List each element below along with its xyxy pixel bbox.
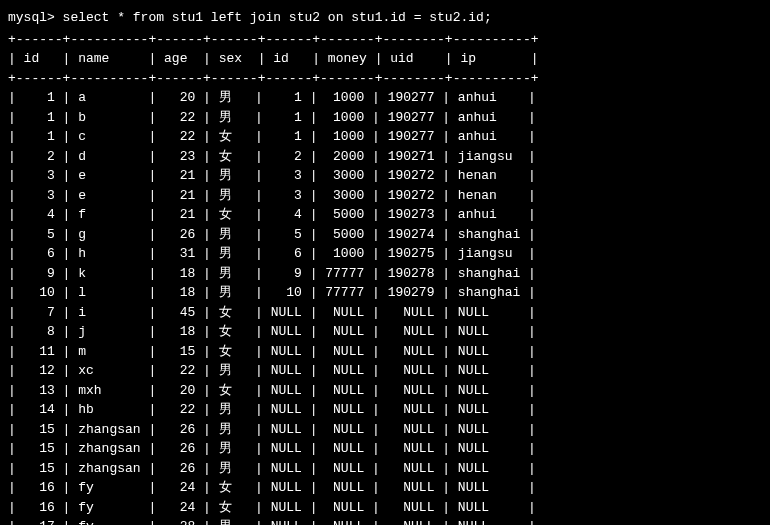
table-row: | 7 | i | 45 | 女 | NULL | NULL | NULL | … — [8, 303, 762, 323]
table-row: | 1 | b | 22 | 男 | 1 | 1000 | 190277 | a… — [8, 108, 762, 128]
table-row: | 13 | mxh | 20 | 女 | NULL | NULL | NULL… — [8, 381, 762, 401]
table-row: | 3 | e | 21 | 男 | 3 | 3000 | 190272 | h… — [8, 166, 762, 186]
table-row: | 12 | xc | 22 | 男 | NULL | NULL | NULL … — [8, 361, 762, 381]
table-separator-mid: +------+----------+------+------+------+… — [8, 69, 762, 89]
table-row: | 2 | d | 23 | 女 | 2 | 2000 | 190271 | j… — [8, 147, 762, 167]
table-row: | 17 | fy | 28 | 男 | NULL | NULL | NULL … — [8, 517, 762, 525]
sql-query: select * from stu1 left join stu2 on stu… — [63, 10, 492, 25]
table-row: | 16 | fy | 24 | 女 | NULL | NULL | NULL … — [8, 478, 762, 498]
prompt-line: mysql> select * from stu1 left join stu2… — [8, 8, 762, 28]
table-row: | 3 | e | 21 | 男 | 3 | 3000 | 190272 | h… — [8, 186, 762, 206]
table-row: | 9 | k | 18 | 男 | 9 | 77777 | 190278 | … — [8, 264, 762, 284]
table-row: | 11 | m | 15 | 女 | NULL | NULL | NULL |… — [8, 342, 762, 362]
table-body: | 1 | a | 20 | 男 | 1 | 1000 | 190277 | a… — [8, 88, 762, 525]
table-header-row: | id | name | age | sex | id | money | u… — [8, 49, 762, 69]
table-row: | 15 | zhangsan | 26 | 男 | NULL | NULL |… — [8, 420, 762, 440]
table-row: | 14 | hb | 22 | 男 | NULL | NULL | NULL … — [8, 400, 762, 420]
table-row: | 1 | c | 22 | 女 | 1 | 1000 | 190277 | a… — [8, 127, 762, 147]
table-row: | 4 | f | 21 | 女 | 4 | 5000 | 190273 | a… — [8, 205, 762, 225]
table-row: | 6 | h | 31 | 男 | 6 | 1000 | 190275 | j… — [8, 244, 762, 264]
table-separator-top: +------+----------+------+------+------+… — [8, 30, 762, 50]
table-row: | 10 | l | 18 | 男 | 10 | 77777 | 190279 … — [8, 283, 762, 303]
mysql-prompt: mysql> — [8, 10, 63, 25]
table-row: | 15 | zhangsan | 26 | 男 | NULL | NULL |… — [8, 459, 762, 479]
table-row: | 5 | g | 26 | 男 | 5 | 5000 | 190274 | s… — [8, 225, 762, 245]
table-row: | 8 | j | 18 | 女 | NULL | NULL | NULL | … — [8, 322, 762, 342]
table-row: | 16 | fy | 24 | 女 | NULL | NULL | NULL … — [8, 498, 762, 518]
table-row: | 1 | a | 20 | 男 | 1 | 1000 | 190277 | a… — [8, 88, 762, 108]
table-row: | 15 | zhangsan | 26 | 男 | NULL | NULL |… — [8, 439, 762, 459]
